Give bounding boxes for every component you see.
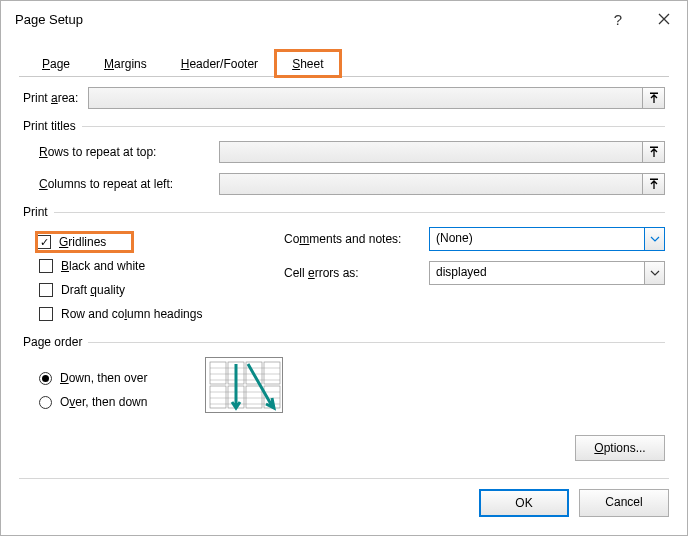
help-button[interactable]: ?	[595, 1, 641, 37]
comments-label: Comments and notes:	[284, 232, 429, 246]
svg-rect-2	[650, 179, 658, 181]
comments-value: (None)	[429, 227, 645, 251]
close-button[interactable]	[641, 1, 687, 37]
black-white-checkbox[interactable]	[39, 259, 53, 273]
svg-rect-3	[210, 362, 226, 384]
page-order-legend: Page order	[23, 335, 82, 349]
titlebar: Page Setup ?	[1, 1, 687, 37]
cancel-button[interactable]: Cancel	[579, 489, 669, 517]
cols-repeat-input[interactable]	[219, 173, 643, 195]
print-legend: Print	[23, 205, 48, 219]
svg-rect-5	[210, 386, 226, 408]
down-then-over-label: Down, then over	[60, 371, 147, 385]
errors-select[interactable]: displayed	[429, 261, 665, 285]
collapse-dialog-icon[interactable]	[643, 141, 665, 163]
tab-sheet[interactable]: Sheet	[275, 50, 340, 77]
ok-button[interactable]: OK	[479, 489, 569, 517]
errors-value: displayed	[429, 261, 645, 285]
comments-select[interactable]: (None)	[429, 227, 665, 251]
row-col-headings-label: Row and column headings	[61, 307, 202, 321]
tab-header-footer[interactable]: Header/Footer	[164, 50, 275, 77]
over-then-down-radio[interactable]	[39, 396, 52, 409]
gridlines-label: Gridlines	[59, 235, 106, 249]
tabstrip: Page Margins Header/Footer Sheet	[19, 49, 669, 77]
row-col-headings-checkbox[interactable]	[39, 307, 53, 321]
draft-label: Draft quality	[61, 283, 125, 297]
rows-repeat-input[interactable]	[219, 141, 643, 163]
page-setup-dialog: Page Setup ? Page Margins Header/Footer …	[0, 0, 688, 536]
collapse-dialog-icon[interactable]	[643, 87, 665, 109]
tab-page[interactable]: Page	[25, 50, 87, 77]
chevron-down-icon	[645, 261, 665, 285]
print-area-label: Print area:	[23, 91, 78, 105]
gridlines-checkbox[interactable]	[37, 235, 51, 249]
page-order-diagram	[205, 357, 283, 413]
svg-rect-9	[246, 386, 262, 408]
errors-label: Cell errors as:	[284, 266, 429, 280]
rows-repeat-label: Rows to repeat at top:	[39, 145, 209, 159]
draft-checkbox[interactable]	[39, 283, 53, 297]
black-white-label: Black and white	[61, 259, 145, 273]
print-area-input[interactable]	[88, 87, 643, 109]
tab-margins[interactable]: Margins	[87, 50, 164, 77]
window-title: Page Setup	[15, 12, 595, 27]
svg-rect-8	[264, 362, 280, 384]
chevron-down-icon	[645, 227, 665, 251]
over-then-down-label: Over, then down	[60, 395, 147, 409]
print-titles-legend: Print titles	[23, 119, 76, 133]
down-then-over-radio[interactable]	[39, 372, 52, 385]
options-button[interactable]: Options...	[575, 435, 665, 461]
collapse-dialog-icon[interactable]	[643, 173, 665, 195]
svg-rect-0	[650, 93, 658, 95]
cols-repeat-label: Columns to repeat at left:	[39, 177, 209, 191]
svg-rect-1	[650, 147, 658, 149]
